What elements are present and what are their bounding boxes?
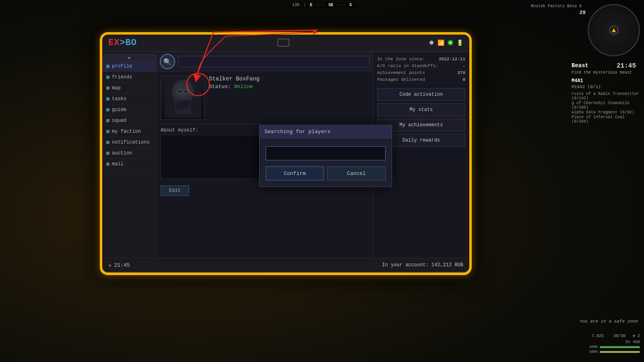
logo-bo: >BO [120, 38, 137, 48]
sidebar-item-squad[interactable]: squad [102, 115, 156, 126]
minimap: ⬡ [588, 4, 640, 56]
sidebar-dot [106, 76, 109, 79]
avatar-image [161, 76, 204, 119]
sidebar-dot [106, 65, 109, 68]
dialog-buttons: Confirm Cancel [266, 167, 386, 181]
grenade-count: ⊕ 2 [633, 334, 640, 338]
logo-ex: EX [108, 38, 120, 48]
profile-info: Stalker BoxFang Status: Online [209, 76, 369, 120]
svg-point-2 [174, 83, 192, 98]
status-label: Status: [209, 84, 231, 90]
battery-icon: 🔋 [456, 39, 463, 46]
svg-point-3 [177, 90, 183, 94]
edit-button[interactable]: Edit [161, 185, 189, 196]
svg-rect-6 [176, 101, 190, 109]
avatar-svg [165, 78, 201, 118]
sidebar-item-guide[interactable]: guide [102, 105, 156, 115]
tablet-footer: ✳ 21:45 In your account: 142,212 RUB [102, 258, 469, 272]
sidebar: ▲ profile friends map tasks [102, 52, 157, 258]
achievements-value: 370 [457, 70, 465, 75]
footer-star-icon: ✳ [108, 262, 111, 269]
sidebar-item-map[interactable]: map [102, 83, 156, 94]
status-dot-gray [429, 41, 433, 45]
hud-bottom-bars: 7.62S 30/30 ⊕ 2 Dx 480 100% 100% [589, 333, 640, 354]
tablet-header: EX>BO 📶 🔋 [102, 34, 469, 52]
code-activation-button[interactable]: Code activation [377, 88, 465, 101]
kd-label: K/D ratio in Standoffs: [377, 64, 438, 68]
search-button[interactable]: 🔍 [160, 54, 175, 69]
safe-zone-label: You are in a safe zone [580, 319, 638, 324]
search-player-input[interactable] [266, 146, 386, 160]
sidebar-dot [106, 86, 109, 90]
search-dialog-title: Searching for players [260, 125, 392, 138]
ammo-type: 7.62S [592, 334, 604, 338]
sidebar-label-mail: mail [112, 161, 124, 167]
stat-row-packages: Packages delivered 0 [377, 76, 465, 83]
stat-row-kd: K/D ratio in Standoffs: - [377, 63, 465, 70]
sidebar-label-auction: auction [112, 150, 132, 156]
signal-icon: 📶 [438, 39, 444, 46]
health-bar [600, 346, 640, 348]
quest-item-1: ruins of a Radio Transmitter (0/142) [572, 92, 640, 101]
my-stats-button[interactable]: My stats [377, 103, 465, 116]
packages-value: 0 [462, 77, 465, 82]
compass-value: 135 [291, 3, 301, 7]
footer-balance: In your account: 142,212 RUB [382, 262, 463, 268]
cancel-button[interactable]: Cancel [327, 167, 386, 181]
sidebar-item-my-faction[interactable]: my faction [102, 126, 156, 137]
stat-row-achievements: Achievement points 370 [377, 70, 465, 76]
sidebar-dot [106, 108, 109, 111]
quest-item-4: Piece of Infernal Coal (0/265) [572, 115, 640, 124]
search-dialog: Searching for players Confirm Cancel [259, 125, 392, 187]
sidebar-label-map: map [112, 85, 121, 91]
sidebar-label-tasks: tasks [112, 96, 126, 102]
search-dialog-body: Confirm Cancel [260, 138, 392, 187]
svg-point-4 [183, 90, 188, 94]
quest-panel: Beast Find the mysterious beast M4A1 M16… [572, 62, 640, 124]
sidebar-item-auction[interactable]: auction [102, 148, 156, 159]
tablet-device: EX>BO 📶 🔋 ▲ profile [101, 32, 471, 274]
packages-label: Packages delivered [377, 77, 425, 82]
sidebar-item-notifications[interactable]: notifications [102, 137, 156, 148]
compass-se: SE [327, 3, 335, 7]
sidebar-dot [106, 162, 109, 166]
status-dot-green [448, 41, 452, 45]
profile-section: Stalker BoxFang Status: Online [157, 72, 373, 124]
footer-time-display: ✳ 21:45 [108, 262, 130, 269]
sidebar-item-profile[interactable]: profile [102, 61, 156, 72]
health-bar-row: 100% [589, 345, 640, 349]
stamina-bar-fill [600, 351, 640, 353]
quest-title: Beast [572, 62, 640, 69]
sidebar-item-tasks[interactable]: tasks [102, 94, 156, 105]
sidebar-item-mail[interactable]: mail [102, 159, 156, 170]
confirm-button[interactable]: Confirm [266, 167, 324, 181]
sidebar-label-notifications: notifications [112, 140, 150, 145]
compass-s: S [348, 3, 353, 7]
search-icon: 🔍 [163, 58, 171, 66]
search-bar-area: 🔍 [157, 52, 373, 72]
ammo-mag: 30/30 [613, 334, 625, 338]
sidebar-dot [106, 130, 109, 133]
stamina-bar [600, 351, 640, 353]
zone-since-label: In the Zone since: [377, 57, 425, 62]
avatar-box [161, 76, 205, 120]
profile-name: Stalker BoxFang [209, 76, 369, 82]
sidebar-item-friends[interactable]: friends [102, 72, 156, 83]
sidebar-label-profile: profile [112, 64, 132, 69]
health-bar-fill [600, 346, 640, 348]
weapon-name: M4A1 [572, 78, 640, 84]
stat-row-zone: In the Zone since: 2022-12-11 [377, 56, 465, 63]
zone-since-value: 2022-12-11 [439, 57, 465, 62]
camera-icon [277, 39, 289, 47]
sidebar-scroll-up[interactable]: ▲ [102, 54, 156, 61]
sidebar-dot [106, 141, 109, 144]
sidebar-label-squad: squad [112, 118, 126, 123]
sidebar-dot [106, 152, 109, 155]
kd-value: - [462, 64, 465, 68]
minimap-number: 29 [579, 10, 586, 16]
quest-item-3: Alpha Data Fragment (0/92) [572, 110, 640, 115]
quest-item-2: g of Chernobyl Chamomile (0/380) [572, 101, 640, 110]
sidebar-dot [106, 119, 109, 122]
sidebar-label-my-faction: my faction [112, 129, 141, 134]
dx-label: Dx 480 [589, 340, 640, 344]
